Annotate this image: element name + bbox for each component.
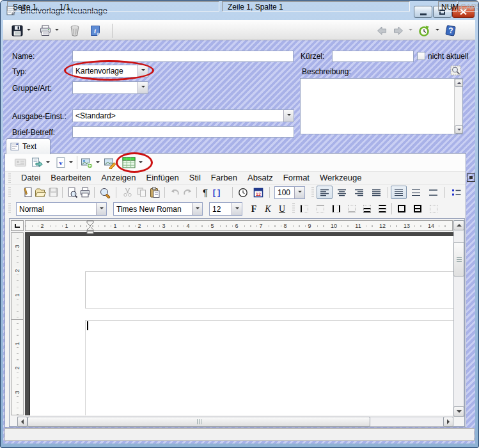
insert-document-dropdown-button[interactable] bbox=[45, 160, 51, 166]
menu-item-farben[interactable]: Farben bbox=[206, 171, 242, 182]
horizontal-scrollbar-thumb[interactable] bbox=[27, 417, 370, 427]
preview-button[interactable] bbox=[66, 186, 79, 198]
pilcrow-button[interactable]: ¶ bbox=[200, 186, 210, 198]
contact-card-button[interactable] bbox=[13, 156, 27, 169]
history-dropdown-button[interactable] bbox=[434, 28, 441, 34]
font-select[interactable]: Times New Roman bbox=[113, 202, 203, 216]
vertical-ruler[interactable]: 321123 bbox=[11, 232, 24, 415]
insert-document-button[interactable] bbox=[30, 156, 44, 169]
undo-button[interactable] bbox=[168, 186, 181, 198]
save-dropdown-button[interactable] bbox=[26, 28, 32, 34]
menu-item-stil[interactable]: Stil bbox=[184, 171, 206, 182]
insert-table-button[interactable] bbox=[121, 156, 136, 170]
list-button[interactable] bbox=[448, 186, 464, 199]
toolbar-drag-handle[interactable] bbox=[8, 203, 11, 214]
brief-betreff-input[interactable] bbox=[72, 126, 294, 138]
cut-button[interactable] bbox=[121, 186, 134, 198]
help-button[interactable]: ? bbox=[443, 23, 459, 38]
ausgabe-einst-dropdown-button[interactable] bbox=[283, 110, 294, 122]
border-leftright-button[interactable] bbox=[329, 202, 343, 216]
scroll-up-button[interactable] bbox=[455, 79, 463, 87]
font-size-dropdown-button[interactable] bbox=[232, 203, 242, 215]
bold-button[interactable]: F bbox=[247, 202, 260, 216]
print-dropdown-button[interactable] bbox=[54, 28, 60, 34]
menu-item-anzeigen[interactable]: Anzeigen bbox=[96, 171, 141, 182]
zoom-dropdown-button[interactable] bbox=[294, 187, 304, 198]
redo-button[interactable] bbox=[181, 186, 194, 198]
brackets-button[interactable]: [] bbox=[212, 186, 223, 198]
insert-time-button[interactable] bbox=[237, 186, 249, 198]
new-button[interactable] bbox=[21, 186, 34, 198]
save-button[interactable] bbox=[10, 23, 25, 38]
search-button[interactable] bbox=[98, 186, 112, 198]
menu-item-format[interactable]: Format bbox=[278, 171, 315, 182]
body-text-frame[interactable] bbox=[85, 320, 453, 415]
panel-maximize-button[interactable] bbox=[467, 173, 475, 182]
print-button[interactable] bbox=[38, 23, 53, 38]
scroll-down-button[interactable] bbox=[455, 125, 463, 134]
minimize-button[interactable] bbox=[414, 6, 432, 18]
image-add-button[interactable] bbox=[80, 156, 94, 169]
scroll-left-button[interactable] bbox=[17, 417, 27, 427]
border-box-button[interactable] bbox=[395, 202, 408, 216]
spacing-double-button[interactable] bbox=[425, 186, 441, 199]
font-dropdown-button[interactable] bbox=[192, 203, 202, 215]
tab-text[interactable]: Text bbox=[6, 138, 51, 154]
align-left-button[interactable] bbox=[317, 186, 333, 199]
menu-item-datei[interactable]: Datei bbox=[16, 171, 45, 182]
spacing-15-button[interactable] bbox=[408, 186, 424, 199]
beschreibung-search-button[interactable] bbox=[448, 65, 464, 77]
typ-select[interactable]: Kartenvorlage bbox=[72, 65, 148, 77]
zoom-select[interactable]: 100 bbox=[274, 186, 305, 199]
border-hmid2-button[interactable] bbox=[375, 202, 389, 216]
toolbar-drag-handle[interactable] bbox=[292, 203, 295, 214]
menu-item-werkzeuge[interactable]: Werkzeuge bbox=[315, 171, 367, 182]
ausgabe-einst-select[interactable]: <Standard> bbox=[72, 109, 294, 122]
save-editor-button[interactable] bbox=[47, 186, 59, 198]
tab-selector-button[interactable] bbox=[11, 220, 24, 231]
scroll-down-button[interactable] bbox=[453, 406, 464, 417]
border-top-button[interactable] bbox=[313, 202, 327, 216]
back-button[interactable] bbox=[374, 23, 389, 38]
header-text-frame[interactable] bbox=[85, 271, 453, 308]
spacing-single-button[interactable] bbox=[391, 186, 407, 199]
border-left-button[interactable] bbox=[297, 202, 311, 216]
scroll-right-button[interactable] bbox=[443, 417, 453, 427]
indent-markers[interactable] bbox=[86, 220, 94, 234]
style-select[interactable]: Normal bbox=[16, 202, 107, 216]
beschreibung-textarea[interactable] bbox=[300, 78, 463, 134]
nicht-aktuell-checkbox[interactable] bbox=[417, 52, 425, 60]
menu-item-bearbeiten[interactable]: Bearbeiten bbox=[45, 171, 96, 182]
vertical-scrollbar-thumb[interactable] bbox=[453, 242, 464, 276]
scroll-up-button[interactable] bbox=[453, 220, 464, 230]
image-add-dropdown-button[interactable] bbox=[95, 160, 101, 166]
insert-table-dropdown-button[interactable] bbox=[137, 160, 144, 166]
menu-drag-handle[interactable] bbox=[8, 173, 11, 183]
paste-button[interactable] bbox=[148, 186, 162, 198]
forward-dropdown-button[interactable] bbox=[407, 28, 414, 34]
variable-dropdown-button[interactable] bbox=[68, 160, 74, 166]
gruppe-art-dropdown-button[interactable] bbox=[137, 82, 148, 93]
menu-item-absatz[interactable]: Absatz bbox=[242, 171, 278, 182]
gruppe-art-select[interactable] bbox=[72, 81, 148, 94]
align-center-button[interactable] bbox=[334, 186, 350, 199]
align-justify-button[interactable] bbox=[368, 186, 384, 199]
toolbar-drag-handle[interactable] bbox=[311, 187, 314, 198]
copy-button[interactable] bbox=[135, 186, 148, 198]
border-bottom-button[interactable] bbox=[345, 202, 358, 216]
border-hmid-button[interactable] bbox=[360, 202, 373, 216]
print-editor-button[interactable] bbox=[79, 186, 91, 198]
history-button[interactable] bbox=[416, 23, 432, 38]
name-input[interactable] bbox=[72, 51, 294, 62]
italic-button[interactable]: K bbox=[262, 202, 274, 216]
toolbar-drag-handle[interactable] bbox=[8, 187, 11, 198]
insert-date-button[interactable]: 12 bbox=[253, 186, 264, 198]
forward-button[interactable] bbox=[391, 23, 406, 38]
font-size-select[interactable]: 12 bbox=[209, 202, 242, 216]
style-dropdown-button[interactable] bbox=[96, 203, 106, 215]
beschreibung-scrollbar[interactable] bbox=[454, 79, 462, 134]
underline-button[interactable]: U bbox=[276, 202, 288, 216]
menu-item-einfuegen[interactable]: Einfügen bbox=[141, 171, 184, 182]
kuerzel-input[interactable] bbox=[332, 51, 414, 62]
typ-dropdown-button[interactable] bbox=[137, 65, 148, 77]
